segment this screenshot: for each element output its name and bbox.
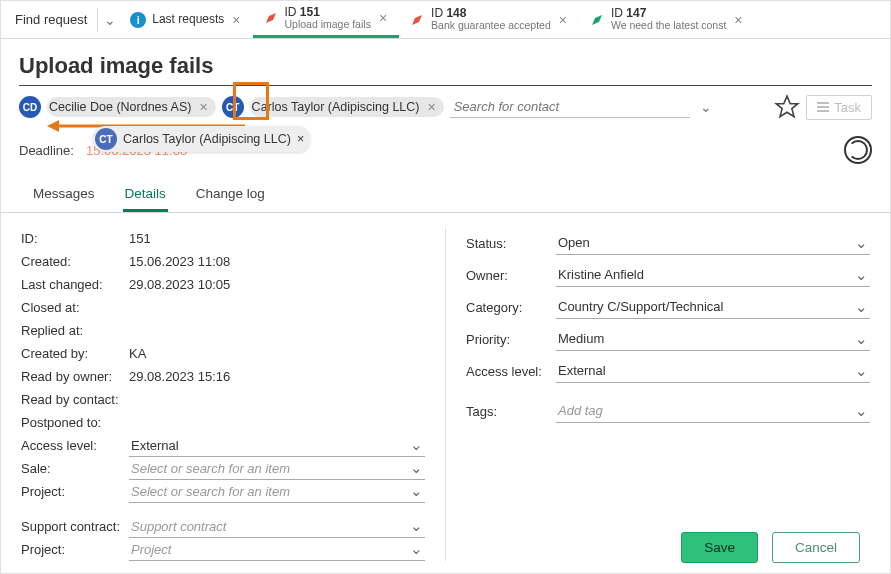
- contact-search-input[interactable]: [450, 96, 690, 118]
- tab-request-147[interactable]: ID 147 We need the latest const ×: [579, 1, 755, 38]
- close-icon[interactable]: ×: [732, 12, 744, 28]
- field-label: Project:: [21, 484, 129, 499]
- field-label: Replied at:: [21, 323, 129, 338]
- title-divider: [19, 85, 872, 86]
- owner-select[interactable]: Kristine Anfield⌄: [556, 264, 870, 287]
- cancel-button[interactable]: Cancel: [772, 532, 860, 563]
- field-label: ID:: [21, 231, 129, 246]
- close-icon[interactable]: ×: [557, 12, 569, 28]
- tab-request-148[interactable]: ID 148 Bank guarantee accepted ×: [399, 1, 579, 38]
- task-button[interactable]: Task: [806, 95, 872, 120]
- status-select[interactable]: Open⌄: [556, 232, 870, 255]
- chevron-down-icon: ⌄: [410, 540, 423, 558]
- pushpin-icon: [263, 10, 279, 26]
- tab-details[interactable]: Details: [123, 180, 168, 212]
- close-icon[interactable]: ×: [230, 12, 242, 28]
- chevron-down-icon: ⌄: [410, 459, 423, 477]
- access-level-select-2[interactable]: External⌄: [556, 360, 870, 383]
- field-label: Postponed to:: [21, 415, 129, 430]
- tab-subtitle: Upload image fails: [285, 19, 371, 31]
- chevron-down-icon: ⌄: [855, 266, 868, 284]
- field-label: Created by:: [21, 346, 129, 361]
- tab-messages[interactable]: Messages: [31, 180, 97, 212]
- contact-chip[interactable]: Carlos Taylor (Adipiscing LLC) ×: [250, 97, 444, 117]
- tab-subtitle: Bank guarantee accepted: [431, 20, 551, 32]
- field-label: Read by owner:: [21, 369, 129, 384]
- field-label: Project:: [21, 542, 129, 557]
- tab-title: ID 151: [285, 6, 371, 19]
- tags-select[interactable]: Add tag⌄: [556, 400, 870, 423]
- field-value: KA: [129, 346, 146, 361]
- menu-icon: [817, 102, 829, 112]
- field-label: Category:: [466, 300, 556, 315]
- access-level-select[interactable]: External⌄: [129, 434, 425, 457]
- footer-actions: Save Cancel: [681, 526, 890, 563]
- field-label: Created:: [21, 254, 129, 269]
- field-label: Support contract:: [21, 519, 129, 534]
- svg-marker-1: [412, 15, 422, 25]
- dragging-contact-chip[interactable]: CT Carlos Taylor (Adipiscing LLC) ×: [93, 126, 310, 152]
- main-tabs: Messages Details Change log: [1, 174, 890, 213]
- pushpin-icon: [409, 12, 425, 28]
- deadline-row: Deadline: 15.06.2023 11:08 CT Carlos Tay…: [1, 126, 890, 174]
- chevron-down-icon: ⌄: [410, 482, 423, 500]
- project-select[interactable]: Select or search for an item⌄: [129, 480, 425, 503]
- tab-change-log[interactable]: Change log: [194, 180, 267, 212]
- tab-subtitle: We need the latest const: [611, 20, 726, 32]
- close-icon[interactable]: ×: [377, 10, 389, 26]
- avatar: CD: [19, 96, 41, 118]
- chevron-down-icon: ⌄: [410, 436, 423, 454]
- field-label: Status:: [466, 236, 556, 251]
- field-label: Access level:: [466, 364, 556, 379]
- field-label: Tags:: [466, 404, 556, 419]
- deadline-label: Deadline:: [19, 143, 74, 158]
- chevron-down-icon[interactable]: ⌄: [100, 12, 120, 28]
- refresh-button[interactable]: [844, 136, 872, 164]
- details-left-column: ID:151 Created:15.06.2023 11:08 Last cha…: [21, 227, 425, 561]
- field-label: Sale:: [21, 461, 129, 476]
- priority-select[interactable]: Medium⌄: [556, 328, 870, 351]
- tab-request-151[interactable]: ID 151 Upload image fails ×: [253, 1, 400, 38]
- chevron-down-icon: ⌄: [410, 517, 423, 535]
- chevron-down-icon: ⌄: [855, 362, 868, 380]
- divider: [97, 8, 98, 32]
- details-panel: ID:151 Created:15.06.2023 11:08 Last cha…: [1, 213, 890, 571]
- field-value: 151: [129, 231, 151, 246]
- contact-label: Carlos Taylor (Adipiscing LLC): [123, 132, 291, 146]
- chevron-down-icon: ⌄: [855, 330, 868, 348]
- close-icon[interactable]: ×: [297, 132, 304, 146]
- column-divider: [445, 227, 446, 561]
- pushpin-icon: [589, 12, 605, 28]
- chevron-down-icon: ⌄: [855, 234, 868, 252]
- tab-title: Last requests: [152, 13, 224, 26]
- find-request-label: Find request: [15, 12, 87, 27]
- support-contract-select[interactable]: Support contract⌄: [129, 515, 425, 538]
- sale-select[interactable]: Select or search for an item⌄: [129, 457, 425, 480]
- tab-last-requests[interactable]: i Last requests ×: [120, 1, 252, 38]
- close-icon[interactable]: ×: [426, 99, 438, 115]
- request-tabbar: Find request ⌄ i Last requests × ID 151 …: [1, 1, 890, 39]
- project-select-2[interactable]: Project⌄: [129, 538, 425, 561]
- page-title: Upload image fails: [1, 39, 890, 83]
- chevron-down-icon: ⌄: [855, 402, 868, 420]
- field-label: Read by contact:: [21, 392, 129, 407]
- field-label: Owner:: [466, 268, 556, 283]
- task-label: Task: [834, 100, 861, 115]
- field-label: Closed at:: [21, 300, 129, 315]
- field-label: Priority:: [466, 332, 556, 347]
- info-icon: i: [130, 12, 146, 28]
- avatar: CT: [95, 128, 117, 150]
- favorite-star-icon[interactable]: [774, 94, 800, 120]
- chevron-down-icon: ⌄: [855, 298, 868, 316]
- svg-marker-3: [776, 96, 798, 117]
- contact-label: Carlos Taylor (Adipiscing LLC): [252, 100, 420, 114]
- field-label: Last changed:: [21, 277, 129, 292]
- find-request-button[interactable]: Find request: [7, 1, 95, 38]
- save-button[interactable]: Save: [681, 532, 758, 563]
- field-value: 15.06.2023 11:08: [129, 254, 230, 269]
- field-value: 29.08.2023 10:05: [129, 277, 230, 292]
- chevron-down-icon[interactable]: ⌄: [696, 99, 716, 115]
- svg-marker-0: [266, 13, 276, 23]
- category-select[interactable]: Country C/Support/Technical⌄: [556, 296, 870, 319]
- svg-marker-2: [592, 15, 602, 25]
